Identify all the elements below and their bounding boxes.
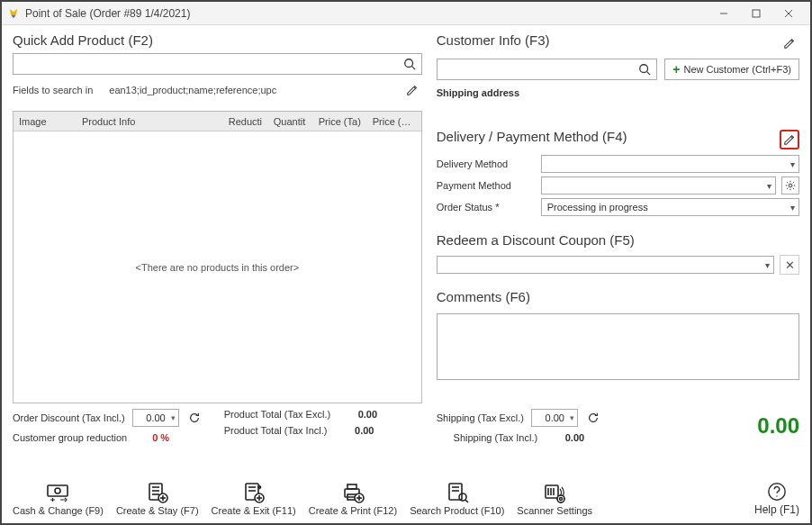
coupon-dropdown[interactable]: ▾ — [437, 256, 774, 274]
refresh-shipping-button[interactable] — [585, 410, 601, 426]
payment-settings-button[interactable] — [781, 177, 799, 195]
customer-search-input[interactable] — [441, 61, 637, 77]
svg-point-4 — [405, 59, 413, 68]
chevron-down-icon: ▾ — [765, 260, 770, 270]
svg-line-5 — [411, 67, 415, 70]
refresh-icon — [188, 412, 201, 424]
app-icon — [7, 7, 20, 20]
coupon-title: Redeem a Discount Coupon (F5) — [437, 232, 799, 248]
svg-rect-12 — [48, 485, 68, 496]
delivery-method-label: Delivery Method — [437, 158, 536, 169]
left-column: Quick Add Product (F2) Fields to search … — [13, 32, 422, 403]
svg-rect-38 — [546, 485, 558, 498]
quick-add-title: Quick Add Product (F2) — [13, 32, 422, 48]
customer-info-title: Customer Info (F3) — [437, 32, 550, 48]
search-product-button[interactable]: Search Product (F10) — [410, 482, 504, 516]
comments-title: Comments (F6) — [437, 289, 799, 304]
document-search-icon — [445, 482, 470, 503]
shipping-excl-input[interactable]: 0.00 — [531, 409, 578, 427]
cash-icon — [45, 482, 70, 503]
quick-add-search-input[interactable] — [17, 56, 401, 72]
th-price-taxi[interactable]: Price (Tax I — [367, 116, 421, 127]
edit-delivery-payment-icon[interactable] — [780, 130, 799, 149]
th-image[interactable]: Image — [14, 116, 77, 127]
svg-line-9 — [647, 72, 651, 76]
shipping-incl-label: Shipping (Tax Incl.) — [454, 432, 538, 443]
search-icon[interactable] — [636, 63, 653, 76]
svg-point-13 — [55, 488, 60, 493]
fields-to-search-label: Fields to search in — [13, 85, 93, 95]
refresh-icon — [587, 412, 600, 424]
help-button[interactable]: Help (F1) — [754, 482, 799, 516]
payment-method-dropdown[interactable]: ▾ — [541, 177, 776, 195]
create-stay-button[interactable]: Create & Stay (F7) — [116, 482, 199, 516]
th-price-tax[interactable]: Price (Ta) — [313, 116, 367, 127]
order-discount-label: Order Discount (Tax Incl.) — [13, 412, 125, 423]
document-plus-icon — [145, 482, 170, 503]
grand-total: 0.00 — [757, 413, 799, 439]
refresh-discount-button[interactable] — [186, 410, 203, 426]
svg-rect-33 — [449, 484, 462, 500]
shipping-excl-label: Shipping (Tax Excl.) — [437, 412, 524, 423]
th-reduct[interactable]: Reducti — [223, 116, 268, 127]
svg-rect-28 — [347, 484, 356, 489]
cash-change-button[interactable]: Cash & Change (F9) — [13, 482, 104, 516]
product-table-header: Image Product Info Reducti Quantit Price… — [14, 112, 421, 131]
edit-customer-icon[interactable] — [780, 33, 799, 53]
clear-coupon-button[interactable]: ✕ — [780, 255, 799, 275]
svg-line-37 — [465, 500, 468, 502]
quick-add-search[interactable] — [13, 53, 422, 75]
customer-search[interactable] — [437, 59, 658, 80]
printer-plus-icon — [340, 482, 365, 503]
th-qty[interactable]: Quantit — [268, 116, 313, 127]
order-status-dropdown[interactable]: Processing in progress ▾ — [541, 198, 799, 216]
th-info[interactable]: Product Info — [77, 116, 223, 127]
plus-icon: + — [672, 63, 680, 76]
scanner-icon — [542, 482, 567, 503]
empty-products-label: <There are no products in this order> — [14, 131, 421, 403]
delivery-payment-title: Delivery / Payment Method (F4) — [437, 129, 627, 144]
group-reduction-label: Customer group reduction — [13, 432, 127, 443]
help-icon — [767, 482, 787, 502]
edit-fields-icon[interactable] — [402, 80, 422, 100]
shipping-address-label: Shipping address — [437, 87, 799, 98]
chevron-down-icon: ▾ — [790, 159, 795, 169]
order-status-label: Order Status * — [437, 202, 536, 213]
document-exit-icon — [241, 482, 266, 503]
product-total-excl-label: Product Total (Tax Excl.) — [224, 409, 330, 420]
svg-point-36 — [459, 493, 466, 501]
search-icon[interactable] — [401, 58, 418, 70]
delivery-method-dropdown[interactable]: ▾ — [541, 155, 799, 173]
create-exit-button[interactable]: Create & Exit (F11) — [212, 482, 296, 516]
payment-method-label: Payment Method — [437, 180, 536, 191]
titlebar: Point of Sale (Order #89 1/4/2021) — [2, 2, 810, 25]
totals-row: Order Discount (Tax Incl.) 0.00 Customer… — [2, 403, 810, 443]
close-icon: ✕ — [785, 258, 795, 272]
product-table: Image Product Info Reducti Quantit Price… — [13, 111, 422, 403]
action-bar: Cash & Change (F9) Create & Stay (F7) Cr… — [2, 473, 810, 523]
product-total-incl-value: 0.00 — [334, 425, 374, 436]
product-total-incl-label: Product Total (Tax Incl.) — [224, 425, 328, 436]
svg-point-45 — [776, 495, 777, 496]
window-close-button[interactable] — [772, 4, 805, 23]
new-customer-button[interactable]: + New Customer (Ctrl+F3) — [664, 59, 799, 80]
chevron-down-icon: ▾ — [790, 203, 795, 213]
svg-rect-1 — [753, 10, 760, 17]
order-discount-input[interactable]: 0.00 — [132, 409, 179, 427]
right-column: Customer Info (F3) + New Customer (Ctrl+… — [437, 32, 799, 403]
new-customer-label: New Customer (Ctrl+F3) — [684, 64, 792, 75]
comments-input[interactable] — [437, 313, 799, 380]
window-maximize-button[interactable] — [740, 4, 772, 23]
create-print-button[interactable]: Create & Print (F12) — [309, 482, 397, 516]
svg-point-42 — [557, 495, 564, 502]
fields-to-search-value: ean13;id_product;name;reference;upc — [109, 85, 385, 95]
gear-icon — [785, 180, 796, 191]
svg-point-11 — [789, 184, 792, 187]
product-total-excl-value: 0.00 — [338, 409, 377, 420]
window-title: Point of Sale (Order #89 1/4/2021) — [25, 7, 190, 20]
scanner-settings-button[interactable]: Scanner Settings — [517, 482, 592, 516]
shipping-incl-value: 0.00 — [545, 432, 584, 443]
group-reduction-value: 0 % — [152, 432, 169, 443]
window-minimize-button[interactable] — [708, 4, 740, 23]
chevron-down-icon: ▾ — [767, 181, 771, 191]
